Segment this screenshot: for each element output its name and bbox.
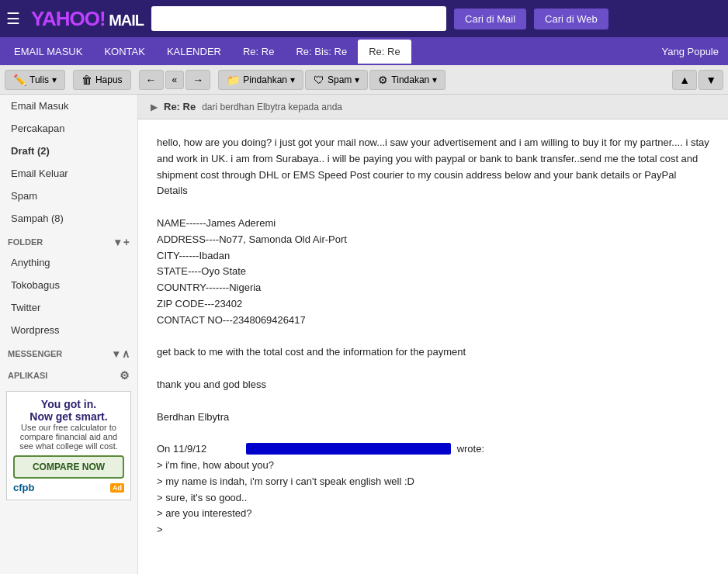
address-city: CITY------Ibadan	[157, 248, 709, 265]
sidebar-item-draft[interactable]: Draft (2)	[0, 140, 137, 162]
search-input[interactable]	[151, 6, 446, 31]
address-zip: ZIP CODE---23402	[157, 296, 709, 313]
aplikasi-section: APLIKASI ⚙	[0, 363, 137, 385]
actions-button[interactable]: ⚙ Tindakan ▾	[369, 70, 445, 90]
address-contact: CONTACT NO---2348069426417	[157, 313, 709, 329]
sidebar-item-anything[interactable]: Anything	[0, 251, 137, 274]
sidebar-item-email-masuk[interactable]: Email Masuk	[0, 95, 137, 117]
sidebar-item-tokobagus[interactable]: Tokobagus	[0, 274, 137, 296]
prev-email-button[interactable]: ▲	[672, 70, 697, 90]
move-icon: 📁	[227, 74, 240, 86]
folder-section: FOLDER ▾ +	[0, 230, 137, 251]
quote-line-3: > sure, it's so good..	[157, 490, 709, 507]
sidebar-item-spam[interactable]: Spam	[0, 185, 137, 207]
sidebar-item-wordpress[interactable]: Wordpress	[0, 319, 137, 341]
move-button[interactable]: 📁 Pindahkan ▾	[218, 70, 303, 90]
delete-button[interactable]: 🗑 Hapus	[73, 70, 131, 90]
ad-subtitle: Now get smart.	[13, 410, 124, 423]
search-web-button[interactable]: Cari di Web	[534, 9, 608, 29]
logo: YAHOO! MAIL	[31, 7, 144, 31]
masked-email	[246, 443, 451, 455]
yang-populer-label: Yang Popule	[662, 46, 726, 57]
tab-re-re1[interactable]: Re: Re	[232, 40, 285, 64]
toolbar: ✏️ Tulis ▾ 🗑 Hapus ← « → 📁 Pindahkan ▾ 🛡…	[0, 65, 728, 95]
quote-line-4: > are you interested?	[157, 506, 709, 522]
next-email-button[interactable]: ▼	[699, 70, 723, 90]
topbar: ☰ YAHOO! MAIL Cari di Mail Cari di Web	[0, 0, 728, 37]
email-signature: Berdhan Elbytra	[157, 410, 709, 426]
tab-kalender[interactable]: KALENDER	[156, 40, 232, 64]
search-mail-button[interactable]: Cari di Mail	[454, 9, 526, 29]
ad-body: Use our free calculator to compare finan…	[13, 423, 124, 451]
email-content: ▶ Re: Re dari berdhan Elbytra kepada and…	[138, 95, 728, 574]
quote-line-5: >	[157, 522, 709, 538]
email-intro: hello, how are you doing? i just got you…	[157, 135, 709, 199]
nav-tabs: EMAIL MASUK KONTAK KALENDER Re: Re Re: B…	[0, 37, 728, 65]
reply-button[interactable]: ←	[139, 70, 164, 90]
ad-title: You got in.	[13, 398, 124, 410]
sidebar-item-percakapan[interactable]: Percakapan	[0, 117, 137, 140]
hamburger-icon[interactable]: ☰	[6, 9, 20, 28]
address-address: ADDRESS----No77, Samonda Old Air-Port	[157, 232, 709, 248]
messenger-toggle-icon[interactable]: ▾ ∧	[113, 348, 130, 360]
email-quote-header: On 11/9/12 wrote:	[157, 441, 709, 458]
compare-now-button[interactable]: COMPARE NOW	[13, 455, 124, 479]
email-body: hello, how are you doing? i just got you…	[138, 119, 728, 554]
messenger-section: MESSENGER ▾ ∧	[0, 341, 137, 363]
quote-line-1: > i'm fine, how about you?	[157, 458, 709, 474]
aplikasi-settings-icon[interactable]: ⚙	[120, 369, 130, 382]
compose-button[interactable]: ✏️ Tulis ▾	[5, 70, 65, 90]
forward-button[interactable]: →	[185, 70, 210, 90]
main-layout: Email Masuk Percakapan Draft (2) Email K…	[0, 95, 728, 574]
spam-button[interactable]: 🛡 Spam ▾	[305, 70, 368, 90]
advertisement: You got in. Now get smart. Use our free …	[6, 391, 131, 500]
sidebar-item-sampah[interactable]: Sampah (8)	[0, 207, 137, 230]
tab-email-masuk[interactable]: EMAIL MASUK	[3, 40, 93, 64]
email-expand-icon: ▶	[151, 102, 158, 112]
email-thanks: thank you and god bless	[157, 377, 709, 393]
sidebar: Email Masuk Percakapan Draft (2) Email K…	[0, 95, 138, 574]
tab-re-re2[interactable]: Re: Re	[358, 40, 411, 64]
tab-re-bis-re[interactable]: Re: Bis: Re	[285, 40, 358, 64]
quote-line-2: > my name is indah, i'm sorry i can't sp…	[157, 474, 709, 490]
add-folder-icon[interactable]: ▾ +	[115, 236, 130, 248]
address-name: NAME------James Aderemi	[157, 216, 709, 232]
address-state: STATE----Oyo State	[157, 264, 709, 280]
reply-all-button[interactable]: «	[165, 71, 185, 89]
ad-badge: Ad	[110, 483, 124, 493]
sidebar-item-twitter[interactable]: Twitter	[0, 296, 137, 319]
compose-icon: ✏️	[13, 74, 26, 86]
spam-icon: 🛡	[314, 74, 324, 86]
email-closing: get back to me with the total cost and t…	[157, 344, 709, 361]
email-from: dari berdhan Elbytra kepada anda	[202, 102, 342, 112]
tab-kontak[interactable]: KONTAK	[93, 40, 156, 64]
email-subject: Re: Re	[164, 101, 196, 112]
email-header: ▶ Re: Re dari berdhan Elbytra kepada and…	[138, 95, 728, 119]
gear-icon: ⚙	[378, 74, 388, 86]
address-country: COUNTRY-------Nigeria	[157, 280, 709, 296]
delete-icon: 🗑	[81, 74, 92, 86]
sidebar-item-email-keluar[interactable]: Email Keluar	[0, 162, 137, 185]
cfpb-label: cfpb	[13, 482, 34, 493]
